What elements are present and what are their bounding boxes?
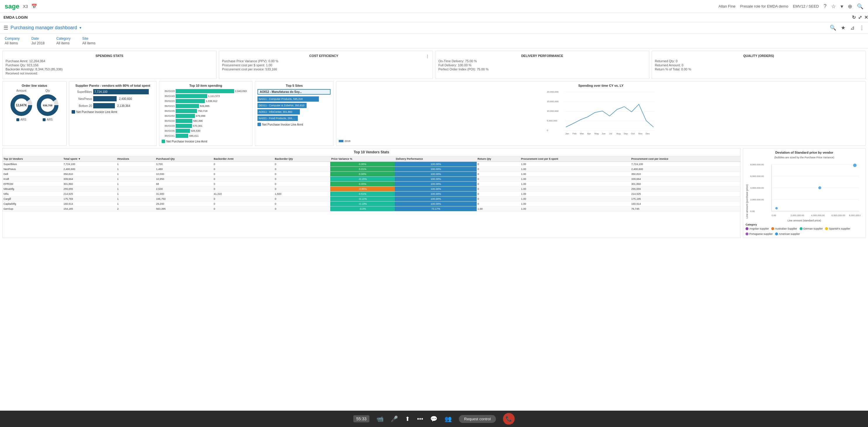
col-backorder-armt[interactable]: Backorder Armt xyxy=(213,156,274,162)
refresh-icon[interactable]: ↻ xyxy=(852,14,856,20)
vendor-qty: 166,750 xyxy=(155,197,213,201)
col-backorder-qty[interactable]: Backorder Qty xyxy=(274,156,330,162)
help-icon[interactable]: ? xyxy=(824,3,827,9)
star-icon[interactable]: ☆ xyxy=(831,3,836,10)
delivery-performance-title: DELIVERY PERFORMANCE xyxy=(438,54,646,58)
vendor-proc-spent: 1.00 xyxy=(520,187,630,192)
vendor-table-section: Top 10 Vendors Stats Top 10 Vendors Tota… xyxy=(2,148,741,238)
item-label-bms015: BMS015 xyxy=(162,104,175,107)
vendor-back-armt: 0 xyxy=(213,177,274,182)
svg-text:Oct: Oct xyxy=(631,132,635,135)
full-delivery: Full Delivery: 100.00 % xyxy=(438,63,646,67)
svg-text:Dec: Dec xyxy=(646,132,650,135)
item-bar-bms036 xyxy=(176,129,190,133)
svg-text:8,000,000.00: 8,000,000.00 xyxy=(849,214,861,217)
item-label-bms039: BMS039 xyxy=(162,124,175,127)
close-icon[interactable]: ✕ xyxy=(864,14,868,20)
header-search-icon[interactable]: 🔍 xyxy=(830,25,836,31)
vendor-name: SuperBikes xyxy=(3,162,63,167)
filter-category-label[interactable]: Category xyxy=(56,36,71,41)
col-purchased-qty[interactable]: Purchased Qty xyxy=(155,156,213,162)
header-filter-icon[interactable]: ⊿ xyxy=(850,25,855,31)
dashboard-header: ☰ Purchasing manager dashboard ▾ 🔍 ★ ⊿ ⋮ xyxy=(0,22,868,34)
svg-text:Jan: Jan xyxy=(565,132,569,135)
filter-company[interactable]: Company All items xyxy=(5,36,20,45)
compass-icon[interactable]: ⊕ xyxy=(848,3,852,10)
col-return-qty[interactable]: Return Qty xyxy=(477,156,520,162)
svg-text:8,000,000.00: 8,000,000.00 xyxy=(750,163,764,166)
item-bar-bms041 xyxy=(176,134,188,138)
site-bar-na011: NA011 - Computer Products, 595,318 xyxy=(257,96,319,102)
item-bms036: BMS036 505,530 xyxy=(162,129,250,133)
vendor-back-qty: 1,500 xyxy=(274,192,330,197)
hamburger-icon[interactable]: ☰ xyxy=(3,25,8,31)
filter-site-label[interactable]: Site xyxy=(82,36,95,41)
bar-bottom20: Bottom 20 2,139,364 xyxy=(71,103,154,108)
col-delivery[interactable]: Delivery Performance xyxy=(395,156,476,162)
vendor-name: EPROM xyxy=(3,182,63,187)
title-dropdown-icon[interactable]: ▾ xyxy=(80,26,81,30)
vendor-proc-spent: 1.00 xyxy=(520,177,630,182)
filter-date[interactable]: Date Jul 2018 xyxy=(31,36,44,45)
vendor-qty: 10,000 xyxy=(155,172,213,177)
item-val-bms049: 1,111,573 xyxy=(208,95,220,98)
col-proc-inv[interactable]: Procurement cost per invoice xyxy=(630,156,740,162)
donut-row: Amount 12,647K ARS Qty xyxy=(5,89,64,121)
top10-items-title: Top 10 item spending xyxy=(162,84,250,87)
bar-fill-neopneus xyxy=(93,96,117,101)
maximize-icon[interactable]: ⤢ xyxy=(858,14,862,20)
filter-category[interactable]: Category All items xyxy=(56,36,71,45)
vendor-proc-spent: 1.00 xyxy=(520,197,630,201)
vendor-back-armt: 0 xyxy=(213,201,274,206)
bar-value-neopneus-ext: 2,400,600 xyxy=(119,97,132,100)
vendor-delivery: 100.00% xyxy=(395,167,476,172)
calendar-icon[interactable]: 📅 xyxy=(31,3,37,9)
col-price-var[interactable]: Price Variance % xyxy=(330,156,395,162)
site-ao011: AO011 - InfoCenter, 301,860 xyxy=(257,109,331,114)
vendor-price-var: -0.0% xyxy=(330,206,395,211)
filter-site[interactable]: Site All items xyxy=(82,36,95,45)
vendor-inv: 1 xyxy=(116,192,155,197)
table-row: Kraft 339,664 1 10,950 0 0 -0.15% 100.00… xyxy=(3,177,740,182)
col-proc-spent[interactable]: Procurement cost per $ spent xyxy=(520,156,630,162)
header-bookmark-icon[interactable]: ★ xyxy=(841,25,845,31)
vendor-delivery: 100.00% xyxy=(395,162,476,167)
spending-stats-card: SPENDING STATS Purchase Amnt: 12,264,064… xyxy=(2,51,217,79)
col-spent[interactable]: Total spent ▼ xyxy=(63,156,116,162)
svg-text:12,647K: 12,647K xyxy=(16,104,27,107)
vendor-back-qty: 0 xyxy=(274,201,330,206)
item-label-bms028: BMS028 xyxy=(162,90,175,93)
site-bar-ao011: AO011 - InfoCenter, 301,860 xyxy=(257,109,300,114)
vendor-name: GenSup xyxy=(3,206,63,211)
search-icon[interactable]: 🔍 xyxy=(857,3,863,10)
filter-date-label[interactable]: Date xyxy=(31,36,44,41)
header-more-icon[interactable]: ⋮ xyxy=(859,25,865,31)
item-bms035: BMS035 750,719 xyxy=(162,109,250,113)
filter-company-value: All items xyxy=(5,41,20,45)
vendor-qty: 3,700 xyxy=(155,162,213,167)
col-invoices[interactable]: #Invoices xyxy=(116,156,155,162)
vendor-price-var: -0.15% xyxy=(330,177,395,182)
qty-legend: ARS xyxy=(43,118,53,121)
order-line-status-title: Order line status xyxy=(5,84,64,87)
vendor-delivery: 100.00% xyxy=(395,172,476,177)
nav-x3[interactable]: X3 xyxy=(23,4,28,9)
col-vendor[interactable]: Top 10 Vendors xyxy=(3,156,63,162)
stats-row: SPENDING STATS Purchase Amnt: 12,264,064… xyxy=(2,51,866,79)
dropdown-icon[interactable]: ▾ xyxy=(840,3,843,10)
y-axis-label: Line amount (purchase price) xyxy=(746,160,748,219)
vendor-proc-inv: 255,655 xyxy=(630,187,740,192)
vendor-back-qty: 0 xyxy=(274,172,330,177)
cat-label-german: German supplier xyxy=(803,227,823,230)
cat-american: American supplier xyxy=(775,232,800,235)
emda-login-label: EMDA LOGIN xyxy=(3,15,28,20)
vendor-name: Mifa xyxy=(3,192,63,197)
filter-company-label[interactable]: Company xyxy=(5,36,20,41)
deviation-chart-card: Deviation of Standard price by vendor (b… xyxy=(743,148,866,238)
item-bms028: BMS028 2,043,093 xyxy=(162,89,250,93)
cat-angolan: Angolan supplier xyxy=(746,227,769,230)
received-not-invoiced: Received not invoiced: xyxy=(5,71,213,75)
cost-efficiency-more-icon[interactable]: ⋮ xyxy=(426,54,430,59)
item-label-bms036: BMS036 xyxy=(162,129,175,132)
table-row: NeoPneus 2,400,600 1 1,480 0 0 0.01% 100… xyxy=(3,167,740,172)
